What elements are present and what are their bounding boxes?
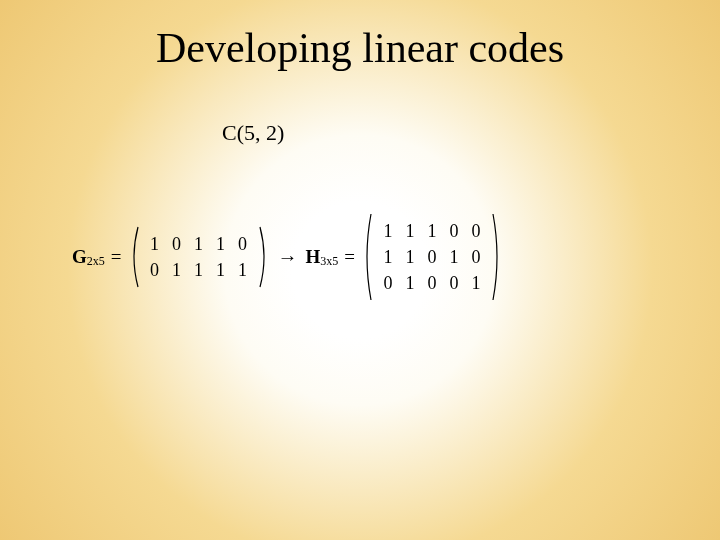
left-paren-icon — [361, 212, 373, 302]
matrix-cell: 1 — [384, 247, 393, 268]
h-name: H — [306, 246, 321, 268]
matrix-cell: 1 — [238, 260, 247, 281]
left-paren-icon — [128, 225, 140, 289]
matrix-cell: 0 — [384, 273, 393, 294]
matrix-cell: 1 — [384, 221, 393, 242]
matrix-cell: 1 — [472, 273, 481, 294]
g-label: G 2x5 — [72, 246, 105, 268]
g-matrix: 1011001111 — [128, 225, 270, 289]
matrix-cell: 1 — [428, 221, 437, 242]
equals-sign: = — [344, 246, 355, 268]
matrix-cell: 1 — [406, 273, 415, 294]
matrix-cell: 0 — [472, 247, 481, 268]
g-name: G — [72, 246, 87, 268]
g-matrix-grid: 1011001111 — [140, 225, 258, 289]
matrix-cell: 0 — [238, 234, 247, 255]
code-parameters: C(5, 2) — [222, 120, 284, 146]
equation: G 2x5 = 1011001111 → H 3x5 = 11100110100… — [72, 212, 503, 302]
matrix-cell: 1 — [406, 221, 415, 242]
h-matrix: 111001101001001 — [361, 212, 503, 302]
matrix-cell: 1 — [194, 234, 203, 255]
matrix-cell: 0 — [172, 234, 181, 255]
matrix-cell: 1 — [406, 247, 415, 268]
h-subscript: 3x5 — [320, 254, 338, 269]
right-paren-icon — [491, 212, 503, 302]
right-paren-icon — [258, 225, 270, 289]
matrix-cell: 1 — [150, 234, 159, 255]
h-matrix-grid: 111001101001001 — [373, 212, 491, 302]
matrix-cell: 1 — [172, 260, 181, 281]
matrix-cell: 0 — [472, 221, 481, 242]
arrow-icon: → — [278, 246, 298, 269]
matrix-cell: 1 — [216, 234, 225, 255]
h-label: H 3x5 — [306, 246, 339, 268]
matrix-cell: 1 — [450, 247, 459, 268]
matrix-cell: 0 — [150, 260, 159, 281]
matrix-cell: 0 — [428, 247, 437, 268]
matrix-cell: 1 — [216, 260, 225, 281]
matrix-cell: 0 — [450, 273, 459, 294]
matrix-cell: 1 — [194, 260, 203, 281]
matrix-cell: 0 — [450, 221, 459, 242]
equals-sign: = — [111, 246, 122, 268]
page-title: Developing linear codes — [0, 24, 720, 72]
matrix-cell: 0 — [428, 273, 437, 294]
g-subscript: 2x5 — [87, 254, 105, 269]
